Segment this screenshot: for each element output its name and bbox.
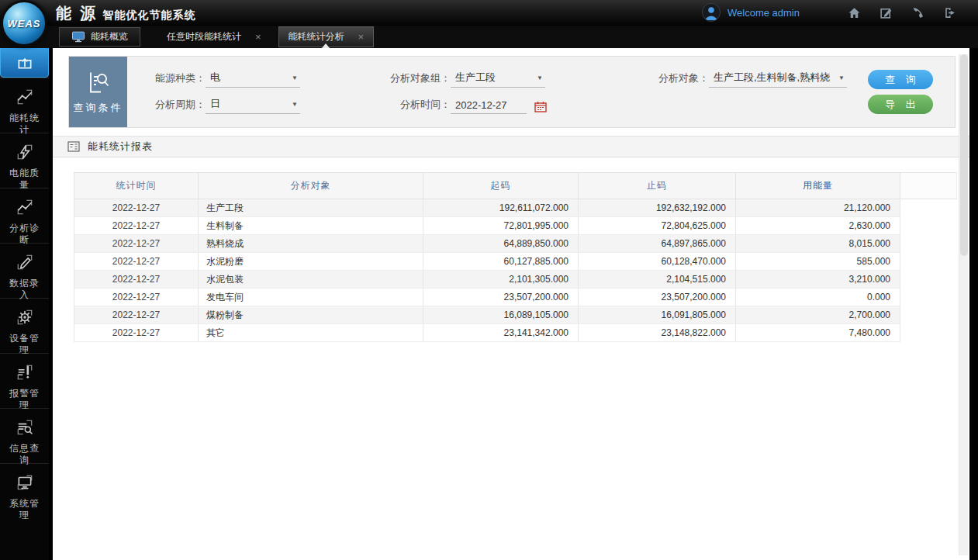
analysis-time-field[interactable]: 分析时间： 2022-12-27 — [379, 97, 547, 114]
vertical-scrollbar[interactable] — [959, 54, 968, 555]
table-cell: 0.000 — [736, 289, 900, 306]
bolt-icon — [16, 143, 34, 161]
sidebar-nav: 能耗统计电能质量分析诊断数据录入设备管理报警管理信息查询系统管理 — [0, 26, 49, 560]
tab-bar: 能耗概览任意时段能耗统计×能耗统计分析× — [0, 26, 978, 48]
table-cell-filler — [900, 271, 957, 289]
table-cell: 72,804,625.000 — [579, 217, 736, 235]
table-cell: 其它 — [199, 324, 423, 342]
analysis-time-label: 分析时间： — [379, 98, 451, 114]
main-content: 查询条件 能源种类： 电▼ 分析周期： 日▼ 分析对象组： 生产工段▼ 分析时间… — [53, 48, 969, 560]
report-icon — [67, 140, 81, 154]
col-header-start-reading: 起码 — [423, 173, 579, 199]
query-conditions-label: 查询条件 — [74, 101, 123, 115]
sidebar-item-data-entry[interactable]: 数据录入 — [0, 243, 49, 298]
chevron-down-icon: ▼ — [537, 74, 543, 81]
table-cell: 熟料烧成 — [199, 235, 423, 253]
sidebar-item-system-mgmt[interactable]: 系统管理 — [0, 463, 49, 518]
table-row: 2022-12-27熟料烧成64,889,850.00064,897,865.0… — [74, 235, 957, 253]
table-cell: 2022-12-27 — [74, 271, 199, 289]
query-buttons: 查 询 导 出 — [868, 70, 933, 114]
scrollbar-thumb[interactable] — [960, 54, 968, 256]
sidebar-item-label: 系统管理 — [9, 498, 41, 521]
user-avatar-icon — [702, 3, 721, 22]
table-cell: 2,104,515.000 — [579, 271, 736, 289]
analysis-object-field[interactable]: 分析对象： 生产工段,生料制备,熟料烧▼ — [647, 71, 847, 88]
tab-energy-overview[interactable]: 能耗概览 — [59, 27, 140, 47]
table-row: 2022-12-27生料制备72,801,995.00072,804,625.0… — [74, 217, 957, 235]
monitor-icon — [16, 473, 34, 492]
tab-anytime-energy-stats[interactable]: 任意时段能耗统计× — [157, 27, 271, 47]
analysis-period-label: 分析周期： — [140, 98, 206, 114]
doc-search-icon — [85, 69, 112, 95]
table-cell: 64,889,850.000 — [423, 235, 579, 253]
trend-icon — [16, 198, 34, 216]
table-header-row: 统计时间 分析对象 起码 止码 用能量 — [74, 173, 957, 199]
calendar-icon[interactable] — [534, 101, 547, 112]
query-conditions-panel: 查询条件 能源种类： 电▼ 分析周期： 日▼ 分析对象组： 生产工段▼ 分析时间… — [68, 56, 956, 128]
table-cell: 16,091,805.000 — [579, 306, 736, 324]
gear-icon — [16, 308, 34, 327]
table-cell: 23,148,822.000 — [579, 324, 736, 342]
table-cell-filler — [900, 235, 957, 253]
table-row: 2022-12-27其它23,141,342.00023,148,822.000… — [74, 324, 957, 342]
search-doc-icon — [16, 418, 34, 437]
sidebar-item-energy-stats[interactable]: 能耗统计 — [0, 78, 49, 133]
col-header-stat-time: 统计时间 — [74, 173, 199, 199]
table-cell: 2022-12-27 — [74, 217, 199, 235]
table-cell-filler — [900, 306, 957, 324]
tab-label: 能耗统计分析 — [289, 30, 344, 43]
energy-stats-table: 统计时间 分析对象 起码 止码 用能量 2022-12-27生产工段192,61… — [74, 172, 957, 342]
app-title-sub: 智能优化节能系统 — [103, 9, 196, 21]
table-cell: 64,897,865.000 — [579, 235, 736, 253]
tab-close-icon[interactable]: × — [358, 32, 365, 42]
tab-close-icon[interactable]: × — [255, 32, 261, 42]
table-cell: 2022-12-27 — [74, 199, 199, 217]
energy-type-value: 电 — [210, 71, 220, 85]
tab-label: 任意时段能耗统计 — [167, 30, 241, 43]
analysis-object-group-field[interactable]: 分析对象组： 生产工段▼ — [379, 71, 545, 88]
monitor-icon — [71, 31, 85, 43]
table-cell: 192,611,072.000 — [423, 199, 579, 217]
table-cell-filler — [900, 199, 957, 217]
table-cell: 水泥粉磨 — [199, 253, 423, 271]
app-title: 能 源智能优化节能系统 — [56, 3, 196, 24]
edit-icon[interactable] — [880, 6, 893, 19]
factory-icon — [16, 53, 34, 71]
table-cell: 16,089,105.000 — [423, 306, 579, 324]
analysis-object-value: 生产工段,生料制备,熟料烧 — [714, 71, 830, 85]
sidebar-item-info-query[interactable]: 信息查询 — [0, 408, 49, 463]
sidebar-item-home[interactable] — [0, 45, 49, 78]
table-cell: 2022-12-27 — [74, 306, 199, 324]
table-cell: 60,128,470.000 — [579, 253, 736, 271]
table-row: 2022-12-27生产工段192,611,072.000192,632,192… — [74, 199, 957, 217]
table-cell-filler — [900, 253, 957, 271]
tab-energy-stats-analysis[interactable]: 能耗统计分析× — [278, 26, 375, 47]
phone-icon[interactable] — [911, 6, 924, 19]
sidebar-item-power-quality[interactable]: 电能质量 — [0, 133, 49, 188]
home-icon[interactable] — [848, 6, 861, 19]
export-button[interactable]: 导 出 — [868, 95, 933, 114]
sidebar-item-alarm-mgmt[interactable]: 报警管理 — [0, 353, 49, 408]
welcome-area: Welcome admin — [702, 3, 800, 22]
top-header: 能 源智能优化节能系统 Welcome admin — [0, 0, 978, 26]
energy-type-field[interactable]: 能源种类： 电▼ — [140, 71, 300, 88]
app-window: 能 源智能优化节能系统 Welcome admin WEAS 能耗概览任意时段能… — [0, 0, 978, 560]
query-button[interactable]: 查 询 — [868, 70, 933, 89]
col-header-filler — [900, 173, 957, 199]
table-cell: 72,801,995.000 — [423, 217, 579, 235]
logout-icon[interactable] — [943, 6, 956, 19]
table-cell: 23,507,200.000 — [423, 289, 579, 306]
table-cell: 生料制备 — [199, 217, 423, 235]
table-row: 2022-12-27煤粉制备16,089,105.00016,091,805.0… — [74, 306, 957, 324]
tab-label: 能耗概览 — [91, 30, 128, 43]
app-title-main: 能 源 — [56, 5, 98, 22]
report-title: 能耗统计报表 — [88, 140, 153, 154]
table-cell: 2022-12-27 — [74, 253, 199, 271]
header-actions — [848, 6, 956, 19]
sidebar-item-equipment-mgmt[interactable]: 设备管理 — [0, 298, 49, 353]
analysis-object-label: 分析对象： — [647, 71, 709, 88]
trend-icon — [16, 88, 34, 106]
sidebar-item-analysis-diagnosis[interactable]: 分析诊断 — [0, 188, 49, 243]
analysis-period-field[interactable]: 分析周期： 日▼ — [140, 97, 300, 114]
welcome-text: Welcome admin — [727, 7, 800, 19]
